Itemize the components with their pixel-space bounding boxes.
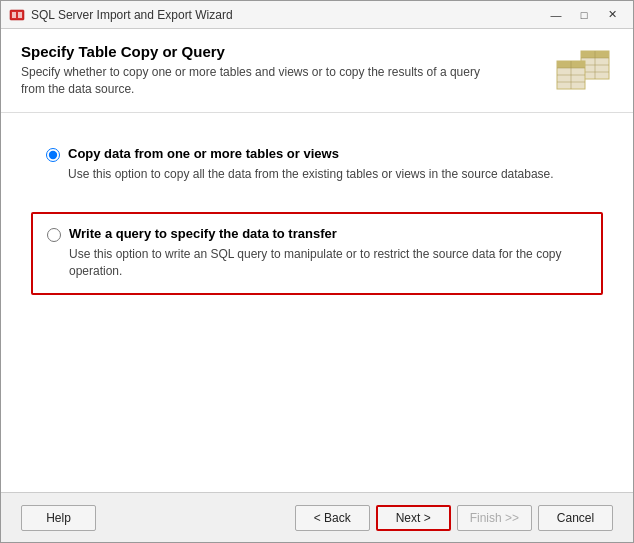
page-description: Specify whether to copy one or more tabl… [21,64,481,98]
next-button[interactable]: Next > [376,505,451,531]
app-icon [9,7,25,23]
write-query-container: Write a query to specify the data to tra… [31,212,603,295]
write-query-row: Write a query to specify the data to tra… [47,226,587,242]
header-icon [553,43,613,93]
footer-left: Help [21,505,295,531]
copy-tables-container: Copy data from one or more tables or vie… [31,133,603,196]
footer: Help < Back Next > Finish >> Cancel [1,492,633,542]
copy-tables-row: Copy data from one or more tables or vie… [46,146,588,162]
header-text: Specify Table Copy or Query Specify whet… [21,43,543,98]
cancel-button[interactable]: Cancel [538,505,613,531]
copy-tables-desc: Use this option to copy all the data fro… [68,166,588,183]
maximize-button[interactable]: □ [571,5,597,25]
window-title: SQL Server Import and Export Wizard [31,8,543,22]
svg-rect-1 [12,12,16,18]
minimize-button[interactable]: — [543,5,569,25]
header-section: Specify Table Copy or Query Specify whet… [1,29,633,113]
copy-tables-label[interactable]: Copy data from one or more tables or vie… [68,146,339,161]
write-query-radio[interactable] [47,228,61,242]
svg-rect-2 [18,12,22,18]
close-button[interactable]: ✕ [599,5,625,25]
write-query-label[interactable]: Write a query to specify the data to tra… [69,226,337,241]
help-button[interactable]: Help [21,505,96,531]
page-title: Specify Table Copy or Query [21,43,543,60]
content-area: Copy data from one or more tables or vie… [1,113,633,492]
finish-button[interactable]: Finish >> [457,505,532,531]
footer-buttons: < Back Next > Finish >> Cancel [295,505,613,531]
wizard-window: SQL Server Import and Export Wizard — □ … [0,0,634,543]
copy-tables-radio[interactable] [46,148,60,162]
window-controls: — □ ✕ [543,5,625,25]
write-query-desc: Use this option to write an SQL query to… [69,246,587,281]
back-button[interactable]: < Back [295,505,370,531]
title-bar: SQL Server Import and Export Wizard — □ … [1,1,633,29]
